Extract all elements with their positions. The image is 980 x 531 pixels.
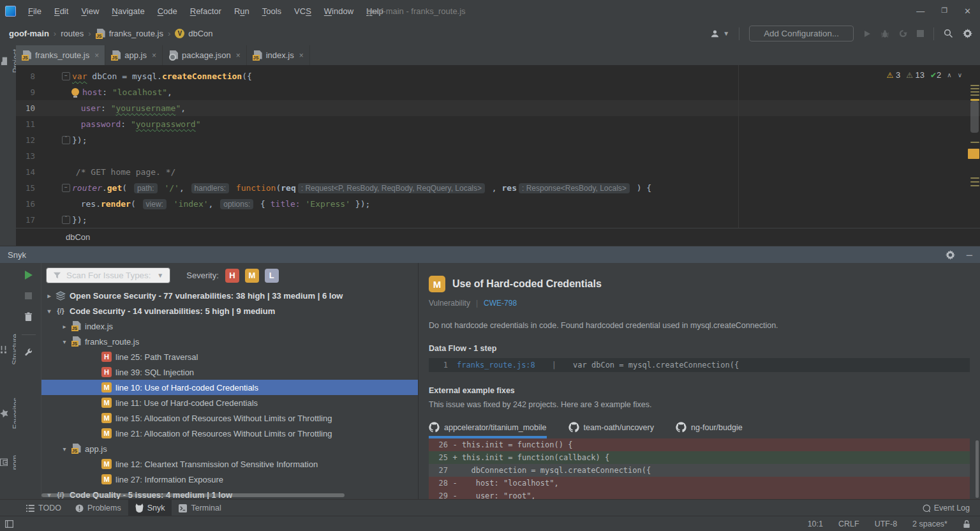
tree-row[interactable]: ▸Open Source Security - 77 vulnerabiliti… (41, 288, 418, 303)
tree-row[interactable]: ▾Code Security - 14 vulnerabilities: 5 h… (41, 303, 418, 318)
menu-run[interactable]: Run (228, 6, 256, 16)
chevron-down-icon[interactable]: ▾ (59, 338, 70, 345)
menu-view[interactable]: View (75, 6, 105, 16)
wrench-icon[interactable] (24, 348, 33, 357)
tree-row[interactable]: Hline 39: SQL Injection (41, 364, 418, 380)
user-icon (710, 29, 720, 38)
code-editor[interactable]: 8−var dbCon = mysql.createConnection({9h… (16, 65, 980, 228)
chevron-right-icon[interactable]: ▸ (44, 292, 54, 299)
tree-row[interactable]: ▾app.js (41, 441, 418, 456)
diff-sign: - (448, 440, 462, 449)
severity-filter-m[interactable]: M (245, 269, 259, 283)
layers-icon (54, 291, 67, 301)
scan-filter-dropdown[interactable]: Scan For Issue Types: ▼ (46, 267, 170, 283)
search-icon[interactable] (944, 29, 953, 38)
list-icon (26, 505, 34, 512)
tree-horizontal-scrollbar[interactable] (41, 493, 345, 497)
tool-button-problems[interactable]: Problems (68, 500, 128, 516)
fix-tab-appcelerator-titanium-mobile[interactable]: appcelerator/titanium_mobile (429, 422, 547, 438)
tree-row[interactable]: Mline 15: Allocation of Resources Withou… (41, 410, 418, 426)
cwe-link[interactable]: CWE-798 (484, 299, 517, 308)
intention-bulb-icon[interactable] (71, 88, 79, 96)
breadcrumb-item-goof-main[interactable]: goof-main (9, 29, 49, 38)
tree-row[interactable]: Mline 10: Use of Hard-coded Credentials (41, 380, 418, 395)
add-configuration-button[interactable]: Add Configuration... (749, 26, 854, 41)
tool-button-todo[interactable]: TODO (19, 500, 68, 516)
tool-button-snyk[interactable]: Snyk (128, 500, 172, 516)
menu-tools[interactable]: Tools (256, 6, 288, 16)
chevron-down-icon: ▼ (723, 30, 729, 37)
snyk-panel-header[interactable]: Snyk ─ (0, 246, 980, 263)
inspection-widget[interactable]: ⚠ 3 ⚠ 13 ✔2 ∧ ∨ (887, 70, 962, 80)
severity-filter-l[interactable]: L (265, 269, 279, 283)
menu-navigate[interactable]: Navigate (105, 6, 151, 16)
chevron-down-icon[interactable]: ▾ (59, 445, 70, 452)
stripe-button-npm[interactable]: npm (0, 455, 16, 470)
minimize-icon[interactable]: — (916, 6, 924, 16)
caret-position[interactable]: 10:1 (808, 520, 823, 528)
tab-app-js[interactable]: app.js× (105, 45, 163, 65)
menu-edit[interactable]: Edit (48, 6, 75, 16)
snyk-run-icon[interactable] (25, 271, 33, 280)
tree-row[interactable]: Mline 12: Cleartext Transmission of Sens… (41, 456, 418, 472)
chevron-down-icon[interactable]: ▾ (44, 308, 54, 315)
tab-franks-route-js[interactable]: franks_route.js× (16, 45, 105, 65)
error-stripe-mark (970, 185, 979, 186)
panel-minimize-icon[interactable]: ─ (967, 250, 972, 260)
fix-tab-ng-four-budgie[interactable]: ng-four/budgie (676, 422, 743, 438)
breadcrumb-item-franks-route-js[interactable]: franks_route.js (96, 29, 163, 39)
fold-gutter (62, 121, 69, 128)
close-tab-icon[interactable]: × (299, 51, 304, 60)
chevron-right-icon[interactable]: ▸ (59, 323, 70, 330)
data-flow-file-link[interactable]: franks_route.js:8 (457, 361, 535, 370)
tab-index-js[interactable]: index.js× (247, 45, 310, 65)
menu-code[interactable]: Code (151, 6, 184, 16)
prev-issue-icon[interactable]: ∧ (947, 71, 951, 79)
vcs-user-widget[interactable]: ▼ (710, 29, 729, 38)
close-tab-icon[interactable]: × (152, 51, 156, 60)
tree-row[interactable]: Mline 27: Information Exposure (41, 472, 418, 487)
tool-button-terminal[interactable]: Terminal (172, 500, 228, 516)
editor-scrollbar[interactable] (970, 101, 979, 133)
fold-marker-icon[interactable]: − (62, 72, 70, 80)
stripe-button-favorites[interactable]: Favorites (0, 398, 16, 429)
encoding[interactable]: UTF-8 (875, 520, 897, 528)
menu-vcs[interactable]: VCS (288, 6, 318, 16)
indent-setting[interactable]: 2 spaces* (912, 520, 947, 528)
close-tab-icon[interactable]: × (236, 51, 241, 60)
event-log-icon (922, 504, 930, 512)
event-log-button[interactable]: Event Log (922, 504, 970, 512)
line-ending[interactable]: CRLF (838, 520, 859, 528)
fix-tab-team-oath-uncovery[interactable]: team-oath/uncovery (568, 422, 654, 438)
close-tab-icon[interactable]: × (94, 51, 99, 60)
tree-row[interactable]: Mline 21: Allocation of Resources Withou… (41, 426, 418, 441)
menu-refactor[interactable]: Refactor (184, 6, 228, 16)
detail-scrollbar[interactable] (976, 440, 979, 498)
tab-package-json[interactable]: package.json× (163, 45, 247, 65)
maximize-icon[interactable]: ❐ (941, 6, 947, 16)
fold-marker-icon[interactable]: − (62, 184, 70, 192)
fold-marker-icon[interactable]: ˆ (62, 216, 70, 224)
menu-window[interactable]: Window (318, 6, 360, 16)
warning-icon: ⚠ (887, 71, 894, 80)
stripe-button-structure[interactable]: Structure (0, 334, 16, 365)
star-icon (0, 409, 8, 417)
stripe-button-project[interactable]: Project (0, 49, 16, 73)
trash-icon[interactable] (24, 312, 33, 322)
panel-settings-gear-icon[interactable] (946, 250, 955, 260)
tree-row[interactable]: ▾franks_route.js (41, 334, 418, 349)
tree-row[interactable]: Hline 25: Path Traversal (41, 349, 418, 364)
severity-filter-h[interactable]: H (225, 269, 239, 283)
fold-marker-icon[interactable]: ˆ (62, 136, 70, 144)
lock-icon[interactable] (963, 520, 971, 528)
breadcrumb-item-dbcon[interactable]: VdbCon (175, 29, 212, 38)
next-issue-icon[interactable]: ∨ (958, 71, 962, 79)
toolwindow-toggle-icon[interactable] (5, 520, 13, 528)
settings-gear-icon[interactable] (963, 29, 972, 38)
menu-file[interactable]: File (22, 6, 48, 16)
tree-row[interactable]: Mline 11: Use of Hard-coded Credentials (41, 395, 418, 410)
tree-row[interactable]: ▸index.js (41, 318, 418, 334)
close-icon[interactable]: ✕ (964, 6, 971, 16)
issue-description: Do not hardcode credentials in code. Fou… (429, 321, 970, 330)
breadcrumb-item-routes[interactable]: routes (61, 29, 84, 38)
